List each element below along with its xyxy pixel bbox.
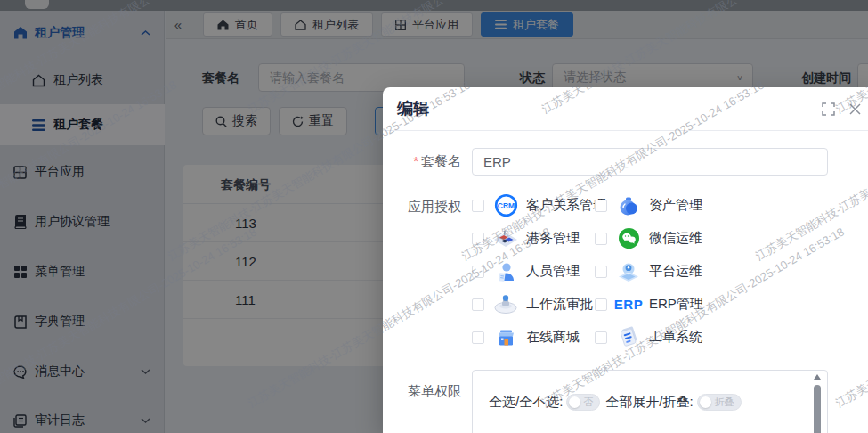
scrollbar[interactable] [814,374,821,433]
expand-collapse-label: 全部展开/折叠: [605,394,693,411]
dialog-title: 编辑 [397,98,429,119]
checkbox[interactable] [472,200,484,212]
app-checkbox-online-mall[interactable]: 在线商城 [472,321,580,354]
checkbox[interactable] [472,298,484,311]
checkbox[interactable] [595,298,607,311]
app-checkbox-erp[interactable]: ERP ERP管理 [595,288,703,321]
app-auth-grid: CRM 客户关系管理 资产管理 港务管理 [472,189,846,354]
expand-collapse-switch[interactable]: 折叠 [697,394,742,411]
checkbox[interactable] [595,233,607,245]
app-checkbox-crm[interactable]: CRM 客户关系管理 [472,189,606,222]
switch-inactive-text: 折叠 [715,396,734,409]
app-checkbox-port[interactable]: 港务管理 [472,222,580,255]
wechat-icon [615,227,642,249]
crm-icon: CRM [492,193,519,217]
close-icon[interactable] [848,102,862,116]
scroll-up-arrow-icon[interactable] [814,374,821,380]
app-checkbox-platform-ops[interactable]: 平台运维 [595,255,702,288]
select-all-label: 全选/全不选: [489,394,563,411]
work-order-icon [615,326,642,348]
switch-knob [700,396,711,408]
checkbox[interactable] [472,266,484,278]
app-checkbox-personnel[interactable]: 人员管理 [472,255,580,288]
dialog-header: 编辑 [383,87,868,131]
app-checkbox-work-order[interactable]: 工单系统 [595,321,702,354]
scrollbar-thumb[interactable] [814,385,821,433]
edit-dialog: 编辑 *套餐名 应用授权 CRM 客户关系管理 [383,87,868,433]
required-marker: * [413,153,418,168]
svg-text:CRM: CRM [497,201,514,210]
menu-permission-label: 菜单权限 [383,383,461,400]
menu-permission-box: 全选/全不选: 否 全部展开/折叠: 折叠 [472,370,828,433]
select-all-switch[interactable]: 否 [566,394,600,411]
app-auth-label: 应用授权 [383,199,461,216]
switch-knob [569,396,580,408]
asset-management-icon [615,195,642,216]
checkbox[interactable] [472,331,484,344]
fullscreen-icon[interactable] [821,102,835,116]
platform-ops-icon [615,260,642,282]
port-management-icon [492,229,519,249]
erp-logo-icon: ERP [615,297,642,312]
app-checkbox-workflow[interactable]: 工作流审批 [472,288,593,321]
workflow-approval-icon [492,294,519,315]
checkbox[interactable] [595,200,607,212]
app-checkbox-asset[interactable]: 资产管理 [595,189,702,222]
personnel-management-icon [492,261,519,282]
package-name-input[interactable] [472,148,828,176]
checkbox[interactable] [595,266,607,278]
app-checkbox-wechat[interactable]: 微信运维 [595,222,702,255]
online-mall-icon [492,328,519,347]
checkbox[interactable] [472,233,484,245]
switch-inactive-text: 否 [583,396,593,409]
package-name-label: *套餐名 [383,153,461,170]
checkbox[interactable] [595,331,607,344]
